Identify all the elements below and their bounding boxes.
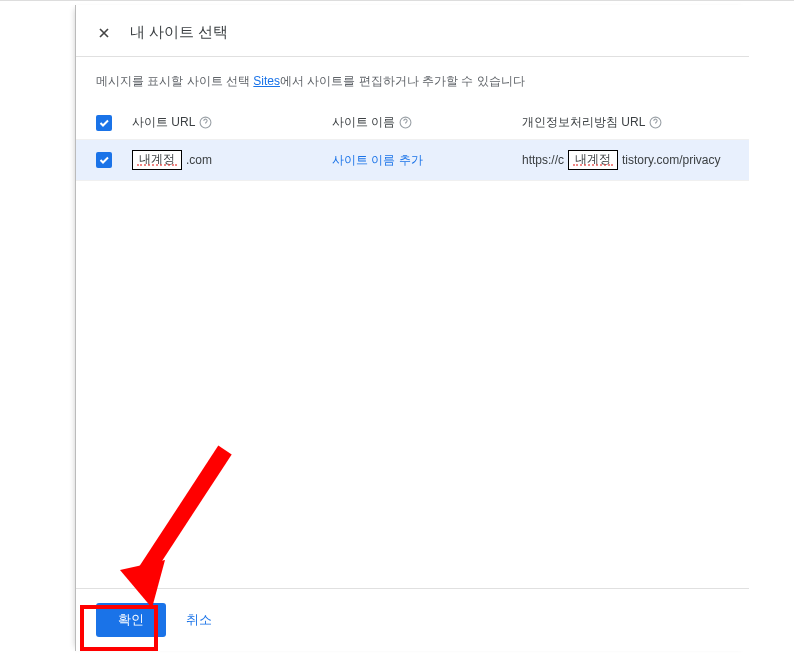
modal-description: 메시지를 표시할 사이트 선택 Sites에서 사이트를 편집하거나 추가할 수… (76, 57, 749, 106)
privacy-prefix: https://c (522, 153, 564, 167)
modal-header: 내 사이트 선택 (76, 5, 749, 56)
sites-link[interactable]: Sites (253, 74, 280, 88)
modal-title: 내 사이트 선택 (130, 23, 228, 42)
help-icon[interactable] (199, 116, 212, 129)
row-checkbox[interactable] (96, 152, 112, 168)
description-prefix: 메시지를 표시할 사이트 선택 (96, 74, 253, 88)
header-privacy-label: 개인정보처리방침 URL (522, 114, 645, 131)
cell-site-name: 사이트 이름 추가 (332, 152, 522, 169)
site-select-modal: 내 사이트 선택 메시지를 표시할 사이트 선택 Sites에서 사이트를 편집… (75, 5, 749, 651)
description-suffix: 에서 사이트를 편집하거나 추가할 수 있습니다 (280, 74, 525, 88)
close-icon[interactable] (96, 25, 112, 41)
top-border (0, 0, 794, 1)
confirm-button[interactable]: 확인 (96, 603, 166, 637)
header-site-url: 사이트 URL (132, 114, 332, 131)
cell-site-url: 내계정.com (132, 150, 332, 170)
help-icon[interactable] (399, 116, 412, 129)
header-checkbox-cell (96, 115, 132, 131)
privacy-suffix: tistory.com/privacy (622, 153, 720, 167)
table-header-row: 사이트 URL 사이트 이름 개인정보처리방침 URL (76, 106, 749, 139)
url-suffix: .com (186, 153, 212, 167)
modal-footer: 확인 취소 (76, 588, 749, 651)
add-site-name-link[interactable]: 사이트 이름 추가 (332, 152, 423, 169)
row-checkbox-cell (96, 152, 132, 168)
help-icon[interactable] (649, 116, 662, 129)
header-site-name: 사이트 이름 (332, 114, 522, 131)
redacted-account: 내계정 (568, 150, 618, 170)
header-privacy-url: 개인정보처리방침 URL (522, 114, 729, 131)
sites-table: 사이트 URL 사이트 이름 개인정보처리방침 URL (76, 106, 749, 181)
select-all-checkbox[interactable] (96, 115, 112, 131)
header-name-label: 사이트 이름 (332, 114, 395, 131)
cancel-button[interactable]: 취소 (186, 611, 212, 629)
header-url-label: 사이트 URL (132, 114, 195, 131)
redacted-account: 내계정 (132, 150, 182, 170)
table-row[interactable]: 내계정.com 사이트 이름 추가 https://c내계정tistory.co… (76, 139, 749, 181)
cell-privacy-url: https://c내계정tistory.com/privacy (522, 150, 729, 170)
